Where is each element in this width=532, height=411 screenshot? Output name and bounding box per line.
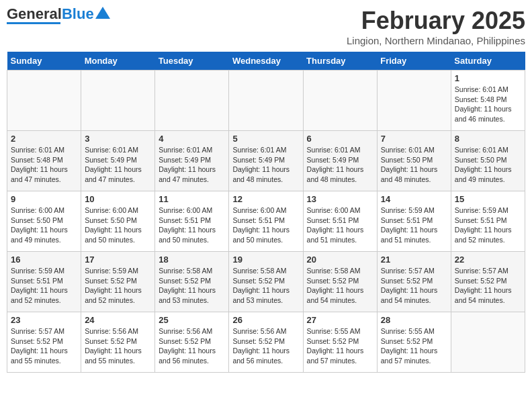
weekday-header-thursday: Thursday xyxy=(303,52,377,71)
day-number: 21 xyxy=(381,255,447,265)
day-number: 16 xyxy=(11,255,77,265)
weekday-header-saturday: Saturday xyxy=(451,52,525,71)
day-info: Sunrise: 6:01 AMSunset: 5:49 PMDaylight:… xyxy=(85,145,151,185)
day-number: 11 xyxy=(159,194,225,204)
weekday-header-friday: Friday xyxy=(377,52,451,71)
title-block: February 2025 Lingion, Northern Mindanao… xyxy=(347,7,525,46)
calendar-week-row: 9Sunrise: 6:00 AMSunset: 5:50 PMDaylight… xyxy=(7,191,525,252)
logo-general: General xyxy=(7,5,62,22)
location-subtitle: Lingion, Northern Mindanao, Philippines xyxy=(347,35,525,46)
day-number: 2 xyxy=(11,134,77,144)
logo-blue: Blue xyxy=(62,5,94,22)
calendar-cell: 16Sunrise: 5:59 AMSunset: 5:51 PMDayligh… xyxy=(7,252,81,312)
day-number: 14 xyxy=(381,194,447,204)
day-number: 10 xyxy=(85,194,151,204)
logo-text: GeneralBlue xyxy=(7,7,94,21)
day-info: Sunrise: 5:59 AMSunset: 5:51 PMDaylight:… xyxy=(11,266,77,306)
day-info: Sunrise: 5:58 AMSunset: 5:52 PMDaylight:… xyxy=(232,266,299,306)
calendar-cell: 23Sunrise: 5:57 AMSunset: 5:52 PMDayligh… xyxy=(7,312,81,373)
day-number: 24 xyxy=(85,315,151,325)
day-info: Sunrise: 5:59 AMSunset: 5:52 PMDaylight:… xyxy=(85,266,151,306)
day-number: 8 xyxy=(455,134,521,144)
calendar-table: SundayMondayTuesdayWednesdayThursdayFrid… xyxy=(7,52,525,373)
calendar-cell: 19Sunrise: 5:58 AMSunset: 5:52 PMDayligh… xyxy=(229,252,303,312)
calendar-cell: 24Sunrise: 5:56 AMSunset: 5:52 PMDayligh… xyxy=(81,312,155,373)
day-number: 1 xyxy=(455,73,521,83)
month-year-title: February 2025 xyxy=(347,7,525,35)
day-info: Sunrise: 5:59 AMSunset: 5:51 PMDaylight:… xyxy=(455,205,521,245)
calendar-cell xyxy=(155,71,229,131)
day-info: Sunrise: 6:00 AMSunset: 5:50 PMDaylight:… xyxy=(85,205,151,245)
calendar-cell xyxy=(81,71,155,131)
weekday-header-monday: Monday xyxy=(81,52,155,71)
day-number: 6 xyxy=(307,134,373,144)
day-number: 5 xyxy=(232,134,299,144)
calendar-week-row: 1Sunrise: 6:01 AMSunset: 5:48 PMDaylight… xyxy=(7,71,525,131)
day-number: 27 xyxy=(307,315,373,325)
calendar-cell: 9Sunrise: 6:00 AMSunset: 5:50 PMDaylight… xyxy=(7,191,81,252)
calendar-cell: 8Sunrise: 6:01 AMSunset: 5:50 PMDaylight… xyxy=(451,131,525,191)
day-number: 13 xyxy=(307,194,373,204)
calendar-cell: 14Sunrise: 5:59 AMSunset: 5:51 PMDayligh… xyxy=(377,191,451,252)
day-info: Sunrise: 5:58 AMSunset: 5:52 PMDaylight:… xyxy=(307,266,373,306)
day-number: 28 xyxy=(381,315,447,325)
calendar-cell: 5Sunrise: 6:01 AMSunset: 5:49 PMDaylight… xyxy=(229,131,303,191)
calendar-cell: 2Sunrise: 6:01 AMSunset: 5:48 PMDaylight… xyxy=(7,131,81,191)
calendar-cell: 20Sunrise: 5:58 AMSunset: 5:52 PMDayligh… xyxy=(303,252,377,312)
day-number: 18 xyxy=(159,255,225,265)
day-info: Sunrise: 6:00 AMSunset: 5:51 PMDaylight:… xyxy=(307,205,373,245)
day-number: 23 xyxy=(11,315,77,325)
calendar-cell: 12Sunrise: 6:00 AMSunset: 5:51 PMDayligh… xyxy=(229,191,303,252)
page-header: GeneralBlue February 2025 Lingion, North… xyxy=(7,7,525,46)
day-number: 19 xyxy=(232,255,299,265)
calendar-cell: 22Sunrise: 5:57 AMSunset: 5:52 PMDayligh… xyxy=(451,252,525,312)
calendar-week-row: 2Sunrise: 6:01 AMSunset: 5:48 PMDaylight… xyxy=(7,131,525,191)
calendar-cell: 25Sunrise: 5:56 AMSunset: 5:52 PMDayligh… xyxy=(155,312,229,373)
day-info: Sunrise: 5:56 AMSunset: 5:52 PMDaylight:… xyxy=(232,326,299,366)
logo-underline xyxy=(7,22,60,24)
calendar-cell: 6Sunrise: 6:01 AMSunset: 5:49 PMDaylight… xyxy=(303,131,377,191)
calendar-cell xyxy=(303,71,377,131)
day-info: Sunrise: 6:00 AMSunset: 5:50 PMDaylight:… xyxy=(11,205,77,245)
day-number: 25 xyxy=(159,315,225,325)
logo: GeneralBlue xyxy=(7,7,110,24)
calendar-cell: 10Sunrise: 6:00 AMSunset: 5:50 PMDayligh… xyxy=(81,191,155,252)
calendar-cell: 28Sunrise: 5:55 AMSunset: 5:52 PMDayligh… xyxy=(377,312,451,373)
day-info: Sunrise: 6:00 AMSunset: 5:51 PMDaylight:… xyxy=(232,205,299,245)
day-number: 22 xyxy=(455,255,521,265)
calendar-cell: 7Sunrise: 6:01 AMSunset: 5:50 PMDaylight… xyxy=(377,131,451,191)
day-number: 7 xyxy=(381,134,447,144)
weekday-header-wednesday: Wednesday xyxy=(229,52,303,71)
calendar-cell: 15Sunrise: 5:59 AMSunset: 5:51 PMDayligh… xyxy=(451,191,525,252)
calendar-week-row: 23Sunrise: 5:57 AMSunset: 5:52 PMDayligh… xyxy=(7,312,525,373)
day-info: Sunrise: 5:57 AMSunset: 5:52 PMDaylight:… xyxy=(11,326,77,366)
logo-triangle-icon xyxy=(95,5,110,20)
day-info: Sunrise: 5:56 AMSunset: 5:52 PMDaylight:… xyxy=(85,326,151,366)
calendar-cell: 21Sunrise: 5:57 AMSunset: 5:52 PMDayligh… xyxy=(377,252,451,312)
day-number: 9 xyxy=(11,194,77,204)
weekday-header-row: SundayMondayTuesdayWednesdayThursdayFrid… xyxy=(7,52,525,71)
day-number: 20 xyxy=(307,255,373,265)
calendar-cell: 27Sunrise: 5:55 AMSunset: 5:52 PMDayligh… xyxy=(303,312,377,373)
calendar-cell: 17Sunrise: 5:59 AMSunset: 5:52 PMDayligh… xyxy=(81,252,155,312)
day-number: 3 xyxy=(85,134,151,144)
day-info: Sunrise: 6:01 AMSunset: 5:50 PMDaylight:… xyxy=(455,145,521,185)
calendar-cell: 13Sunrise: 6:00 AMSunset: 5:51 PMDayligh… xyxy=(303,191,377,252)
day-info: Sunrise: 6:01 AMSunset: 5:49 PMDaylight:… xyxy=(159,145,225,185)
weekday-header-tuesday: Tuesday xyxy=(155,52,229,71)
day-info: Sunrise: 6:01 AMSunset: 5:49 PMDaylight:… xyxy=(307,145,373,185)
day-number: 17 xyxy=(85,255,151,265)
calendar-cell: 4Sunrise: 6:01 AMSunset: 5:49 PMDaylight… xyxy=(155,131,229,191)
day-info: Sunrise: 5:56 AMSunset: 5:52 PMDaylight:… xyxy=(159,326,225,366)
calendar-week-row: 16Sunrise: 5:59 AMSunset: 5:51 PMDayligh… xyxy=(7,252,525,312)
day-number: 15 xyxy=(455,194,521,204)
calendar-cell: 11Sunrise: 6:00 AMSunset: 5:51 PMDayligh… xyxy=(155,191,229,252)
svg-marker-0 xyxy=(95,7,110,19)
day-info: Sunrise: 6:00 AMSunset: 5:51 PMDaylight:… xyxy=(159,205,225,245)
calendar-cell xyxy=(7,71,81,131)
day-number: 4 xyxy=(159,134,225,144)
calendar-cell: 18Sunrise: 5:58 AMSunset: 5:52 PMDayligh… xyxy=(155,252,229,312)
day-info: Sunrise: 6:01 AMSunset: 5:50 PMDaylight:… xyxy=(381,145,447,185)
day-info: Sunrise: 5:55 AMSunset: 5:52 PMDaylight:… xyxy=(307,326,373,366)
calendar-cell xyxy=(229,71,303,131)
